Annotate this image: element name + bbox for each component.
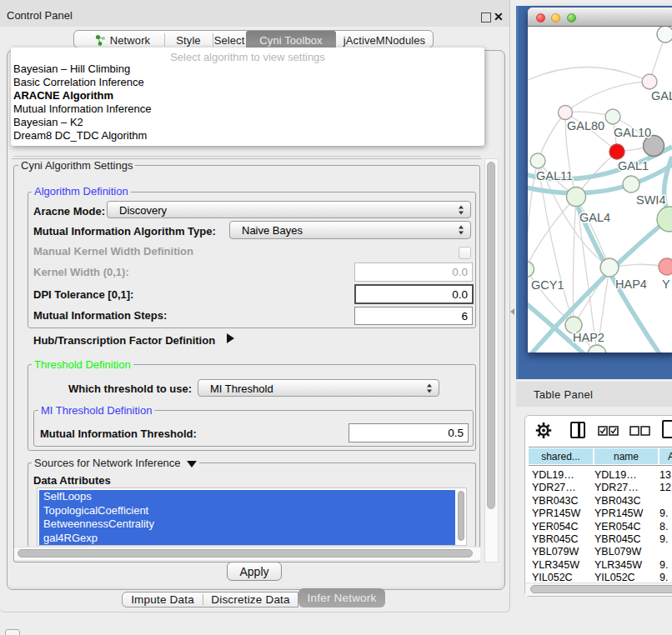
table-row[interactable]: YBR043CYBR043C: [524, 495, 672, 508]
which-threshold-select[interactable]: MI Threshold: [198, 379, 439, 397]
table-row[interactable]: YBR045CYBR045C9.: [524, 533, 672, 546]
stepper-arrows-icon: [459, 205, 464, 214]
network-edge[interactable]: [565, 82, 649, 112]
network-node-label: GAL: [651, 89, 672, 102]
attributes-scrollbar-thumb[interactable]: [458, 491, 464, 541]
collapse-arrow-icon[interactable]: [187, 461, 197, 468]
table-row[interactable]: YBL079WYBL079W: [524, 546, 672, 558]
network-node[interactable]: [659, 258, 672, 275]
network-edge[interactable]: [538, 112, 565, 161]
table-row[interactable]: YPR145WYPR145W9.: [524, 508, 672, 520]
table-row[interactable]: YDR27…YDR27…12: [524, 482, 672, 494]
data-attribute-item[interactable]: SelfLoops: [39, 490, 455, 504]
network-edge[interactable]: [528, 197, 576, 268]
split-columns-icon[interactable]: [570, 422, 585, 438]
algorithm-option[interactable]: Mutual Information Inference: [13, 102, 482, 116]
settings-vertical-scrollbar[interactable]: [484, 158, 499, 562]
algorithm-option[interactable]: Bayesian – Hill Climbing: [13, 62, 482, 76]
control-panel-title: Control Panel: [7, 9, 73, 22]
network-node[interactable]: [559, 106, 573, 120]
tab-style[interactable]: Style: [164, 31, 213, 49]
tab-impute-data[interactable]: Impute Data: [123, 592, 203, 607]
data-attribute-item[interactable]: BetweennessCentrality: [39, 518, 455, 532]
tab-network[interactable]: Network: [81, 31, 164, 49]
manual-kernel-width-label: Manual Kernel Width Definition: [33, 245, 193, 258]
network-node[interactable]: [657, 27, 672, 42]
column-header-shared[interactable]: shared...: [529, 448, 593, 464]
table-row[interactable]: YLR345WYLR345W9.: [524, 559, 672, 572]
mi-threshold-input[interactable]: 0.5: [349, 423, 469, 442]
split-collapse-icon[interactable]: [510, 308, 514, 315]
settings-horizontal-scrollbar-thumb[interactable]: [18, 549, 473, 558]
data-attribute-item[interactable]: gal4RGexp: [39, 532, 455, 546]
mi-algorithm-type-select[interactable]: Naive Bayes: [229, 221, 471, 239]
float-window-icon[interactable]: [481, 12, 491, 22]
network-node[interactable]: [642, 74, 657, 89]
tab-select[interactable]: Select: [213, 31, 246, 49]
checked-columns-icon[interactable]: [598, 426, 619, 436]
data-attributes-label: Data Attributes: [33, 474, 111, 487]
dpi-tolerance-input[interactable]: 0.0: [354, 284, 474, 304]
table-row[interactable]: YIL052CYIL052C9.: [524, 572, 672, 582]
table-row[interactable]: YDL19…YDL19…13: [524, 469, 672, 482]
minimize-traffic-light[interactable]: [551, 13, 560, 22]
table-cell: YBL079W: [594, 546, 641, 558]
dpi-tolerance-label: DPI Tolerance [0,1]:: [33, 288, 133, 301]
column-header-3[interactable]: A: [659, 448, 672, 464]
data-attributes-list[interactable]: SelfLoopsTopologicalCoefficientBetweenne…: [37, 488, 467, 546]
data-attribute-item[interactable]: TopologicalCoefficient: [39, 504, 455, 518]
close-traffic-light[interactable]: [536, 13, 545, 22]
algorithm-option[interactable]: Basic Correlation Inference: [13, 76, 482, 89]
unchecked-columns-icon[interactable]: [629, 426, 650, 436]
algorithm-option-list: Bayesian – Hill ClimbingBasic Correlatio…: [13, 62, 482, 142]
hidden-panel-edge: [13, 156, 480, 157]
kernel-width-input[interactable]: 0.0: [354, 262, 473, 282]
network-edge[interactable]: [528, 67, 649, 82]
cyni-algorithm-settings-legend: Cyni Algorithm Settings: [18, 159, 135, 172]
algorithm-option[interactable]: ARACNE Algorithm: [13, 89, 482, 102]
gear-icon[interactable]: [535, 422, 552, 439]
mi-algorithm-type-value: Naive Bayes: [242, 224, 303, 237]
network-node-label: SWI4: [636, 193, 665, 207]
aracne-mode-value: Discovery: [119, 203, 167, 216]
apply-button[interactable]: Apply: [227, 562, 282, 581]
algorithm-option[interactable]: Bayesian – K2: [13, 116, 482, 129]
threshold-definition-legend: Threshold Definition: [32, 358, 133, 371]
tab-cyni-toolbox[interactable]: Cyni Toolbox: [246, 31, 336, 49]
network-canvas[interactable]: GALGAL80GAL10GAL1GAL11GAL4SWI4GCY1HAP4YH…: [528, 27, 672, 352]
manual-kernel-width-checkbox[interactable]: [459, 247, 471, 259]
tab-infer-network[interactable]: Infer Network: [298, 588, 385, 608]
network-edge[interactable]: [538, 161, 574, 325]
mi-steps-input[interactable]: 6: [354, 307, 473, 325]
table-horizontal-scrollbar-thumb[interactable]: [530, 585, 672, 593]
table-cell: YPR145W: [532, 508, 580, 519]
control-panel-titlebar: Control Panel ✕: [0, 0, 509, 27]
network-node[interactable]: [567, 188, 586, 207]
hub-definition-label[interactable]: Hub/Transcription Factor Definition: [33, 334, 215, 347]
network-node-label: GAL10: [614, 126, 651, 139]
new-table-icon[interactable]: [662, 420, 672, 438]
column-header-name[interactable]: name: [594, 448, 658, 464]
network-node[interactable]: [605, 109, 620, 124]
settings-horizontal-scrollbar[interactable]: [14, 547, 480, 561]
table-cell: YDR27…: [532, 482, 576, 493]
network-node[interactable]: [530, 153, 545, 168]
table-cell: YIL052C: [594, 572, 635, 582]
docked-panel-icon[interactable]: [5, 629, 20, 635]
tab-discretize-data[interactable]: Discretize Data: [203, 592, 298, 607]
network-node[interactable]: [623, 176, 639, 192]
network-node[interactable]: [609, 144, 624, 159]
aracne-mode-select[interactable]: Discovery: [107, 201, 471, 218]
table-cell: YIL052C: [532, 572, 573, 582]
close-icon[interactable]: ✕: [494, 10, 504, 23]
expand-arrow-icon[interactable]: [227, 333, 234, 343]
zoom-traffic-light[interactable]: [567, 13, 576, 22]
network-node[interactable]: [528, 262, 534, 278]
tab-jactivemnodules[interactable]: jActiveMNodules: [336, 31, 433, 49]
table-horizontal-scrollbar[interactable]: [525, 582, 672, 596]
table-row[interactable]: YER054CYER054C8.: [524, 521, 672, 533]
network-node[interactable]: [600, 258, 619, 277]
table-cell: YBL079W: [532, 546, 579, 558]
algorithm-option[interactable]: Dream8 DC_TDC Algorithm: [13, 129, 482, 142]
settings-vertical-scrollbar-thumb[interactable]: [487, 162, 495, 509]
